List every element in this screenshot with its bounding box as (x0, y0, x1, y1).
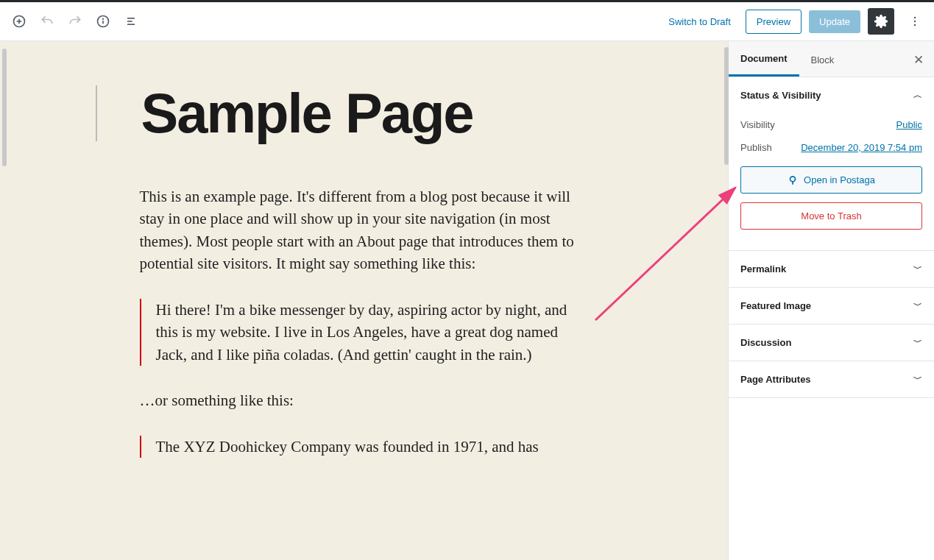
info-icon (96, 14, 110, 29)
publish-row: Publish December 20, 2019 7:54 pm (740, 136, 922, 159)
undo-icon (40, 14, 54, 29)
settings-button[interactable] (868, 8, 894, 35)
section-title: Page Attributes (740, 374, 811, 385)
postaga-icon (788, 175, 798, 185)
publish-label: Publish (740, 142, 772, 153)
chevron-down-icon: ﹀ (913, 373, 922, 386)
svg-point-10 (914, 21, 916, 23)
section-title: Featured Image (740, 300, 811, 311)
move-to-trash-button[interactable]: Move to Trash (740, 202, 922, 230)
open-postaga-label: Open in Postaga (804, 174, 875, 185)
section-title: Permalink (740, 263, 786, 274)
editor-content: Sample Page This is an example page. It'… (140, 41, 589, 458)
svg-point-11 (914, 24, 916, 26)
close-sidebar-button[interactable]: ✕ (908, 49, 930, 71)
main-layout: Sample Page This is an example page. It'… (0, 41, 934, 560)
outline-button[interactable] (118, 8, 144, 35)
section-title: Status & Visibility (740, 90, 821, 101)
quote-block[interactable]: Hi there! I'm a bike messenger by day, a… (140, 299, 589, 366)
close-icon: ✕ (913, 53, 924, 67)
move-to-trash-label: Move to Trash (801, 210, 861, 221)
redo-icon (68, 14, 82, 29)
quote-text: The XYZ Doohickey Company was founded in… (156, 436, 589, 458)
section-discussion: Discussion ﹀ (729, 325, 934, 361)
page-title[interactable]: Sample Page (141, 85, 589, 141)
info-button[interactable] (90, 8, 116, 35)
quote-block[interactable]: The XYZ Doohickey Company was founded in… (140, 436, 589, 458)
chevron-down-icon: ﹀ (913, 263, 922, 275)
tab-block[interactable]: Block (799, 41, 846, 77)
section-header-featured-image[interactable]: Featured Image ﹀ (729, 288, 934, 324)
preview-button[interactable]: Preview (746, 10, 802, 34)
more-vertical-icon (908, 14, 922, 29)
section-permalink: Permalink ﹀ (729, 251, 934, 288)
list-icon (124, 14, 138, 29)
paragraph-block[interactable]: This is an example page. It's different … (140, 185, 589, 275)
redo-button[interactable] (62, 8, 88, 35)
section-page-attributes: Page Attributes ﹀ (729, 361, 934, 398)
section-header-permalink[interactable]: Permalink ﹀ (729, 251, 934, 287)
toolbar-left (6, 8, 144, 35)
section-status-visibility: Status & Visibility ︿ Visibility Public … (729, 77, 934, 251)
page-body: This is an example page. It's different … (140, 185, 589, 458)
plus-circle-icon (12, 14, 26, 29)
scrollbar-thumb[interactable] (2, 49, 7, 166)
visibility-label: Visibility (740, 119, 775, 130)
section-featured-image: Featured Image ﹀ (729, 288, 934, 325)
more-options-button[interactable] (902, 8, 928, 35)
visibility-value-link[interactable]: Public (896, 119, 922, 130)
chevron-down-icon: ﹀ (913, 336, 922, 349)
chevron-up-icon: ︿ (913, 89, 922, 102)
svg-point-5 (103, 18, 104, 19)
editor-top-bar: Switch to Draft Preview Update (0, 0, 934, 41)
section-header-status[interactable]: Status & Visibility ︿ (729, 77, 934, 113)
settings-sidebar: Document Block ✕ Status & Visibility ︿ V… (728, 41, 934, 560)
section-title: Discussion (740, 337, 791, 348)
open-postaga-button[interactable]: Open in Postaga (740, 166, 922, 194)
svg-point-9 (914, 17, 916, 19)
editor-canvas[interactable]: Sample Page This is an example page. It'… (0, 41, 728, 560)
tab-document[interactable]: Document (729, 41, 799, 77)
undo-button[interactable] (34, 8, 60, 35)
paragraph-block[interactable]: …or something like this: (140, 389, 589, 411)
section-header-discussion[interactable]: Discussion ﹀ (729, 325, 934, 361)
quote-text: Hi there! I'm a bike messenger by day, a… (156, 299, 589, 366)
publish-value-link[interactable]: December 20, 2019 7:54 pm (801, 142, 922, 153)
toolbar-right: Switch to Draft Preview Update (661, 8, 928, 35)
add-block-button[interactable] (6, 8, 32, 35)
chevron-down-icon: ﹀ (913, 300, 922, 312)
sidebar-tabs: Document Block ✕ (729, 41, 934, 77)
gear-icon (874, 14, 888, 29)
section-body-status: Visibility Public Publish December 20, 2… (729, 113, 934, 250)
visibility-row: Visibility Public (740, 113, 922, 136)
title-block[interactable]: Sample Page (96, 85, 589, 141)
svg-point-12 (790, 176, 796, 181)
switch-to-draft-button[interactable]: Switch to Draft (661, 10, 738, 33)
section-header-page-attributes[interactable]: Page Attributes ﹀ (729, 361, 934, 397)
update-button[interactable]: Update (809, 10, 860, 33)
